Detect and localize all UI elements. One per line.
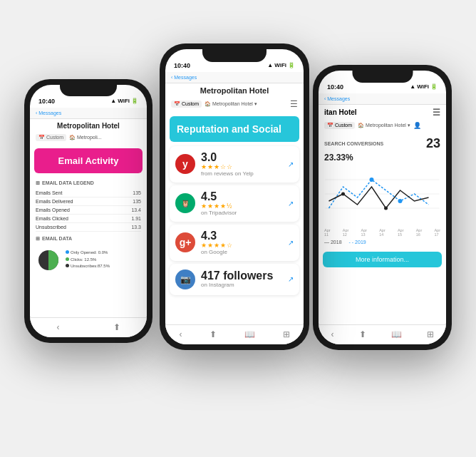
trip-stars: ★★★★½ xyxy=(201,202,282,210)
review-content-insta: 417 followers on Instagram xyxy=(201,270,282,288)
svg-point-6 xyxy=(341,192,345,195)
hotel-title-left: Metropolitan Hotel xyxy=(30,119,147,133)
custom-label-center[interactable]: 📅 Custom xyxy=(171,101,202,108)
svg-point-5 xyxy=(398,199,403,203)
google-arrow-icon[interactable]: ↗ xyxy=(288,239,294,247)
messages-right: ‹ Messages xyxy=(324,96,350,101)
hotel-nav-center[interactable]: 🏠 Metropolitan Hotel ▾ xyxy=(205,101,257,107)
signals-center: ▲WiFi🔋 xyxy=(267,62,295,68)
chart-legend: — 2018 - - 2019 xyxy=(319,237,446,247)
custom-label-right[interactable]: 📅 Custom xyxy=(324,122,355,129)
yelp-icon: y xyxy=(175,154,195,174)
nav-back-center[interactable]: ‹ xyxy=(179,329,182,339)
legend-label-unsub: Unsubscribed xyxy=(36,225,66,230)
nav-back-right[interactable]: ‹ xyxy=(331,329,334,339)
time-right: 10:40 xyxy=(327,83,343,91)
x-label-5: Apr15 xyxy=(398,228,404,237)
hamburger-right[interactable]: ☰ xyxy=(433,108,440,118)
legend-label-opened: Emails Opened xyxy=(36,207,70,212)
insta-source: on Instagram xyxy=(201,282,282,288)
review-card-yelp[interactable]: y 3.0 ★★★☆☆ from reviews on Yelp ↗ xyxy=(170,146,299,183)
legend-label-delivered: Emails Delivered xyxy=(36,199,73,204)
phone-left: 10:40 ▲WiFi🔋 ‹ Messages Metropolitan Hot… xyxy=(24,79,152,343)
nav-bar-left: ‹ Messages xyxy=(30,108,147,119)
legend-val-opened: 13.4 xyxy=(131,207,141,212)
rep-header: Reputation and Social xyxy=(170,116,299,142)
legend-val-clicked: 1.91 xyxy=(131,216,141,221)
nav-grid-center[interactable]: ⊞ xyxy=(283,329,290,339)
nav-bar-right: ‹ Messages xyxy=(319,93,446,105)
review-content-yelp: 3.0 ★★★☆☆ from reviews on Yelp xyxy=(201,152,282,177)
nav-sub-left: 📅 Custom 🏠 Metropoli... xyxy=(30,133,147,144)
x-label-6: Apr16 xyxy=(416,228,423,237)
nav-share-center[interactable]: ⬆ xyxy=(209,329,217,339)
custom-label-left[interactable]: 📅 Custom xyxy=(36,134,66,141)
pie-legend-clicks: Clicks: 12.5% xyxy=(66,257,110,264)
notch-center xyxy=(202,49,267,62)
google-score: 4.3 xyxy=(201,230,282,242)
scene: 10:40 ▲WiFi🔋 ‹ Messages Metropolitan Hot… xyxy=(3,8,473,450)
pie-legend-unsub: Unsubscribes:87.5% xyxy=(66,263,110,270)
nav-book-center[interactable]: 📖 xyxy=(244,329,255,339)
notch-right xyxy=(352,71,413,83)
nav-share-right[interactable]: ⬆ xyxy=(359,329,366,339)
yelp-score: 3.0 xyxy=(201,152,282,163)
nav-share-left[interactable]: ⬆ xyxy=(113,322,120,332)
signals-right: ▲WiFi🔋 xyxy=(410,83,438,90)
nav-book-right[interactable]: 📖 xyxy=(391,329,402,339)
phone-center: 10:40 ▲WiFi🔋 ‹ Messages Metropolitan Hot… xyxy=(160,43,309,350)
review-content-google: 4.3 ★★★★☆ on Google xyxy=(201,230,282,255)
hamburger-center[interactable]: ☰ xyxy=(290,99,298,109)
trip-score: 4.5 xyxy=(201,191,282,202)
yelp-source: from reviews on Yelp xyxy=(201,170,282,177)
legend-2018: — 2018 xyxy=(324,240,342,245)
nav-grid-right[interactable]: ⊞ xyxy=(427,329,434,339)
user-icon-right[interactable]: 👤 xyxy=(413,122,421,129)
bottom-nav-right: ‹ ⬆ 📖 ⊞ xyxy=(319,324,446,344)
search-pct: 23.33% xyxy=(319,153,446,165)
nav-back-left[interactable]: ‹ xyxy=(57,322,60,332)
insta-arrow-icon[interactable]: ↗ xyxy=(288,275,294,283)
bottom-nav-center: ‹ ⬆ 📖 ⊞ xyxy=(165,324,304,344)
svg-point-7 xyxy=(384,206,388,210)
google-stars: ★★★★☆ xyxy=(201,242,282,249)
review-card-tripadvisor[interactable]: 🦉 4.5 ★★★★½ on Tripadvisor ↗ xyxy=(170,185,299,222)
trip-arrow-icon[interactable]: ↗ xyxy=(288,200,294,207)
pie-legend-only: Only Opened: 0.0% xyxy=(66,250,110,257)
hotel-header-right: itan Hotel ☰ xyxy=(319,105,446,120)
time-left: 10:40 xyxy=(38,98,55,105)
insta-score: 417 followers xyxy=(201,270,282,282)
search-count: 23 xyxy=(426,136,440,151)
trip-source: on Tripadvisor xyxy=(201,210,282,216)
x-label-4: Apr14 xyxy=(379,228,386,237)
review-card-instagram[interactable]: 📷 417 followers on Instagram ↗ xyxy=(170,264,299,295)
hotel-title-right: itan Hotel xyxy=(324,108,357,116)
nav-bar-center: ‹ Messages xyxy=(165,72,304,83)
messages-center: ‹ Messages xyxy=(171,75,197,80)
legend-val-delivered: 135 xyxy=(133,199,141,204)
yelp-arrow-icon[interactable]: ↗ xyxy=(288,160,294,168)
svg-point-4 xyxy=(370,178,374,182)
x-label-7: Apr17 xyxy=(434,228,440,237)
hotel-nav-right[interactable]: 🏠 Metropolitan Hotel ▾ xyxy=(358,123,410,128)
yelp-stars: ★★★☆☆ xyxy=(201,163,282,170)
email-activity-header: Email Activity xyxy=(34,148,143,173)
legend-row-unsub: Unsubscribed 13.3 xyxy=(36,223,141,232)
legend-val-sent: 135 xyxy=(133,190,141,195)
tripadvisor-icon: 🦉 xyxy=(175,193,195,213)
phone-right: 10:40 ▲WiFi🔋 ‹ Messages itan Hotel ☰ 📅 C… xyxy=(313,65,452,350)
hotel-title-center: Metropolitan Hotel xyxy=(165,83,304,98)
x-label-1: Apr11 xyxy=(324,228,331,237)
notch-left xyxy=(60,85,117,96)
email-data-label: ⊞ EMAIL DATA xyxy=(30,233,147,243)
nav-sub-center: 📅 Custom 🏠 Metropolitan Hotel ▾ ☰ xyxy=(165,98,304,112)
pie-chart xyxy=(36,247,61,273)
more-info-button[interactable]: More information... xyxy=(323,252,442,267)
line-chart xyxy=(324,165,440,222)
x-label-2: Apr12 xyxy=(343,228,349,237)
instagram-icon: 📷 xyxy=(175,269,195,289)
legend-section-label: ⊞ EMAIL DATA LEGEND xyxy=(30,178,147,188)
hotel-nav-left[interactable]: 🏠 Metropoli... xyxy=(69,135,102,140)
review-card-google[interactable]: g+ 4.3 ★★★★☆ on Google ↗ xyxy=(170,225,299,261)
pie-legend: Only Opened: 0.0% Clicks: 12.5% Unsubscr… xyxy=(66,250,110,270)
